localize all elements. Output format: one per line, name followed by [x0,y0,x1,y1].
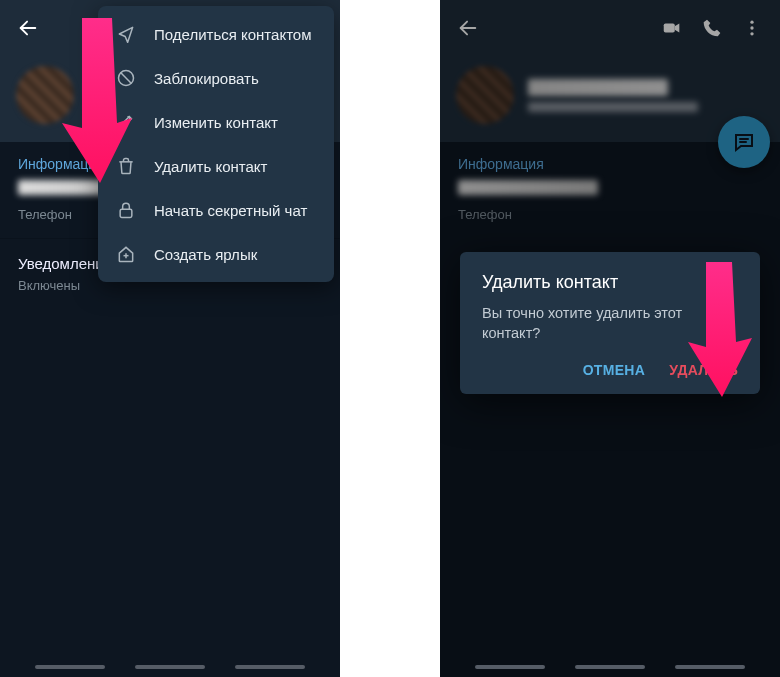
nav-back[interactable] [235,665,305,669]
arrow-left-icon [17,17,39,39]
menu-item-label: Создать ярлык [154,246,257,263]
nav-home[interactable] [575,665,645,669]
screenshot-left: Информация Телефон Уведомления Включены … [0,0,340,677]
menu-item-edit[interactable]: Изменить контакт [98,100,334,144]
menu-item-label: Изменить контакт [154,114,278,131]
menu-item-shortcut[interactable]: Создать ярлык [98,232,334,276]
dialog-body: Вы точно хотите удалить этот контакт? [482,303,738,344]
menu-item-share[interactable]: Поделиться контактом [98,12,334,56]
trash-icon [116,156,136,176]
avatar[interactable] [16,66,74,124]
home-plus-icon [116,244,136,264]
nav-back[interactable] [675,665,745,669]
svg-line-2 [121,73,132,84]
back-button[interactable] [8,8,48,48]
nav-recent[interactable] [475,665,545,669]
dialog-title: Удалить контакт [482,272,738,293]
cancel-button[interactable]: ОТМЕНА [583,362,645,378]
block-icon [116,68,136,88]
nav-recent[interactable] [35,665,105,669]
menu-item-secret-chat[interactable]: Начать секретный чат [98,188,334,232]
dialog-actions: ОТМЕНА УДАЛИТЬ [482,362,738,384]
context-menu: Поделиться контактом Заблокировать Измен… [98,6,334,282]
menu-item-label: Поделиться контактом [154,26,312,43]
menu-item-delete[interactable]: Удалить контакт [98,144,334,188]
lock-icon [116,200,136,220]
screenshot-right: Информация Телефон Удалить контакт Вы то… [440,0,780,677]
menu-item-label: Удалить контакт [154,158,267,175]
system-nav-bar [440,665,780,669]
menu-item-block[interactable]: Заблокировать [98,56,334,100]
delete-contact-dialog: Удалить контакт Вы точно хотите удалить … [460,252,760,394]
menu-item-label: Начать секретный чат [154,202,307,219]
nav-home[interactable] [135,665,205,669]
svg-rect-3 [120,209,132,217]
system-nav-bar [0,665,340,669]
delete-button[interactable]: УДАЛИТЬ [669,362,738,378]
menu-item-label: Заблокировать [154,70,259,87]
pencil-icon [116,112,136,132]
share-icon [116,24,136,44]
